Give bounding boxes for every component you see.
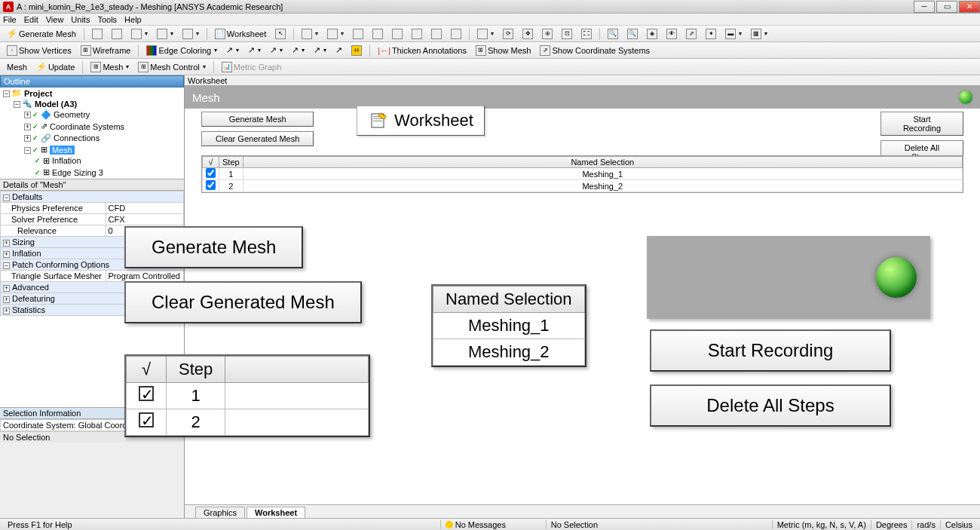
tb-triad[interactable]: ✦ <box>702 27 720 41</box>
tb-view-zoom[interactable]: ⊕ <box>538 27 556 41</box>
bottom-tabs: Graphics Worksheet <box>185 504 980 518</box>
tb-sel-5[interactable] <box>388 27 406 41</box>
edge-thick-5[interactable]: ↗ <box>310 44 330 57</box>
tb-zoom-in[interactable]: 🔍 <box>604 27 622 41</box>
update-button[interactable]: ⚡Update <box>32 60 78 73</box>
callout-clear-mesh: Clear Generated Mesh <box>124 281 362 323</box>
tb-view-pan[interactable]: ✥ <box>519 27 537 41</box>
toolbar-mesh: Mesh ⚡Update ⊞Mesh ⊞Mesh Control 📊Metric… <box>0 59 980 75</box>
tb-misc[interactable]: ▦ <box>747 27 771 41</box>
tb-icon-4[interactable] <box>153 27 177 41</box>
status-messages[interactable]: No Messages <box>441 520 547 529</box>
title-bar: A A : mini_komin_Re_1e3_steady - Meshing… <box>0 0 980 14</box>
tb-view-box[interactable]: ⊡ <box>558 27 576 41</box>
menu-edit[interactable]: Edit <box>24 15 38 24</box>
status-rads[interactable]: rad/s <box>912 520 940 529</box>
edge-thick-2[interactable]: ↗ <box>244 44 265 57</box>
tb-icon-1[interactable] <box>88 27 106 41</box>
outline-header: Outline <box>0 75 184 87</box>
edge-thick-1[interactable]: ↗ <box>222 44 243 57</box>
mesh-control-dropdown[interactable]: ⊞Mesh Control <box>134 60 209 74</box>
callout-start-recording: Start Recording <box>650 329 891 372</box>
big-check-icon <box>139 386 154 401</box>
callout-generate-mesh: Generate Mesh <box>124 226 303 268</box>
col-named-selection[interactable]: Named Selection <box>243 157 962 168</box>
tree-project[interactable]: 📁 Project <box>11 88 52 98</box>
mesh-context[interactable]: Mesh <box>3 61 31 73</box>
col-step[interactable]: Step <box>219 157 243 168</box>
table-row[interactable]: 2 Meshing_2 <box>203 180 963 192</box>
step-table[interactable]: √ Step Named Selection 1 Meshing_1 2 Mes… <box>201 155 963 193</box>
tree-coord-systems[interactable]: ✓⇗ Coordinate Systems <box>32 121 124 131</box>
status-degrees[interactable]: Degrees <box>871 520 913 529</box>
clear-mesh-ws-button[interactable]: Clear Generated Mesh <box>201 131 314 146</box>
tab-graphics[interactable]: Graphics <box>195 507 245 518</box>
tree-inflation[interactable]: ✓⊞ Inflation <box>35 156 81 166</box>
tb-view-1[interactable] <box>473 27 498 41</box>
mesh-dropdown[interactable]: ⊞Mesh <box>87 60 133 74</box>
minimize-button[interactable]: ─ <box>914 1 935 13</box>
svg-rect-3 <box>373 121 382 121</box>
worksheet-big-label: Worksheet <box>357 106 485 136</box>
tree-geometry[interactable]: ✓🔷 Geometry <box>32 110 90 120</box>
tb-sel-3[interactable] <box>349 27 367 41</box>
wireframe-button[interactable]: ⊞Wireframe <box>77 44 135 57</box>
tree-model[interactable]: 🔩 Model (A3) <box>22 99 77 109</box>
tb-sel-8[interactable] <box>447 27 465 41</box>
tab-worksheet[interactable]: Worksheet <box>247 507 305 518</box>
tb-view-rotate[interactable]: ⟳ <box>499 27 517 41</box>
status-metric[interactable]: Metric (m, kg, N, s, V, A) <box>773 520 871 529</box>
thicken-annotations[interactable]: |←|Thicken Annotations <box>374 44 470 57</box>
edge-thick-6[interactable]: ↗ <box>332 44 346 57</box>
row1-check[interactable] <box>206 168 216 178</box>
tree-connections[interactable]: ✓🔗 Connections <box>32 133 100 143</box>
show-coord-systems[interactable]: ⇗Show Coordinate Systems <box>536 44 654 57</box>
callout-delete-all: Delete All Steps <box>650 384 891 427</box>
tb-look[interactable]: 👁 <box>663 27 681 41</box>
edge-thick-4[interactable]: ↗ <box>288 44 308 57</box>
tree-mesh[interactable]: ✓⊞ Mesh <box>32 145 75 155</box>
tb-sel-6[interactable] <box>408 27 426 41</box>
col-check[interactable]: √ <box>203 157 219 168</box>
tree-edge-sizing-3[interactable]: ✓⊞ Edge Sizing 3 <box>35 167 103 177</box>
generate-mesh-ws-button[interactable]: Generate Mesh <box>201 112 314 127</box>
maximize-button[interactable]: ▭ <box>936 1 957 13</box>
menu-bar: File Edit View Units Tools Help <box>0 14 980 26</box>
show-vertices[interactable]: ▫Show Vertices <box>3 44 75 57</box>
toolbar-main: ⚡Generate Mesh 📄Worksheet ↖ ⟳ ✥ ⊕ ⊡ ⛶ 🔍 … <box>0 26 980 42</box>
outline-tree[interactable]: −📁 Project −🔩 Model (A3) +✓🔷 Geometry +✓… <box>0 87 184 179</box>
table-row[interactable]: 1 Meshing_1 <box>203 168 963 180</box>
menu-help[interactable]: Help <box>124 15 142 24</box>
generate-mesh-button[interactable]: ⚡Generate Mesh <box>3 27 80 40</box>
edge-coloring[interactable]: Edge Coloring <box>142 44 221 57</box>
tb-icon-3[interactable] <box>127 27 152 41</box>
tb-axes[interactable]: ⇗ <box>682 27 700 41</box>
worksheet-toggle[interactable]: 📄Worksheet <box>211 27 270 41</box>
status-orb-big-icon <box>876 257 917 298</box>
tb-paint[interactable]: ▬ <box>721 27 746 41</box>
menu-units[interactable]: Units <box>71 15 90 24</box>
menu-tools[interactable]: Tools <box>97 15 117 24</box>
tb-sel-2[interactable] <box>323 27 348 41</box>
tb-zoom-out[interactable]: 🔍 <box>623 27 642 41</box>
tb-sel-7[interactable] <box>427 27 446 41</box>
tb-iso[interactable]: ◈ <box>643 27 661 41</box>
highlight-icon[interactable]: H <box>348 44 366 57</box>
status-celsius[interactable]: Celsius <box>941 520 977 529</box>
close-button[interactable]: ✕ <box>959 1 980 13</box>
details-header: Details of "Mesh" <box>0 179 184 191</box>
selection-info-body <box>0 443 184 518</box>
callout-named-selection: Named Selection Meshing_1 Meshing_2 <box>431 284 586 367</box>
tb-sel-1[interactable] <box>298 27 322 41</box>
tb-pointer[interactable]: ↖ <box>271 27 289 41</box>
edge-thick-3[interactable]: ↗ <box>266 44 286 57</box>
tb-icon-2[interactable] <box>108 27 126 41</box>
menu-view[interactable]: View <box>46 15 64 24</box>
tb-view-fit[interactable]: ⛶ <box>577 27 596 41</box>
tb-sel-4[interactable] <box>369 27 387 41</box>
tb-icon-5[interactable] <box>179 27 203 41</box>
menu-file[interactable]: File <box>3 15 17 24</box>
show-mesh-button[interactable]: ⊞Show Mesh <box>472 44 534 57</box>
row2-check[interactable] <box>206 180 216 190</box>
start-recording-button[interactable]: Start Recording <box>880 112 963 136</box>
